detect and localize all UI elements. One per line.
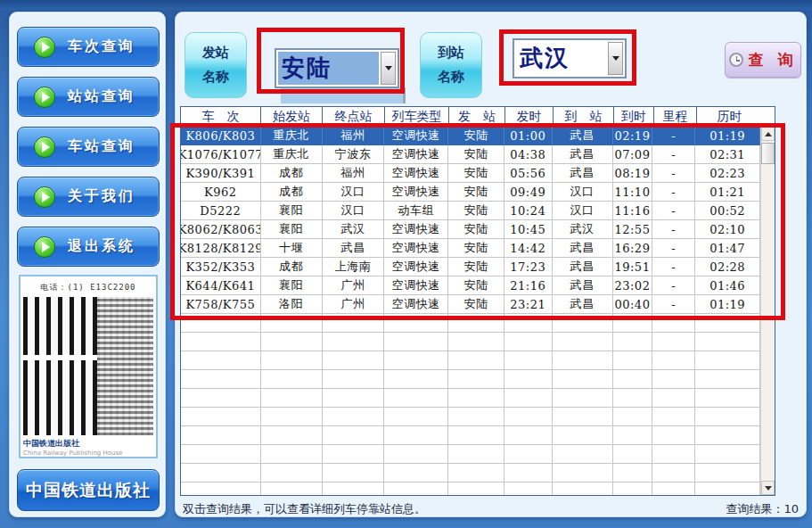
cover-caption-en: China Railway Publishing House [23,450,153,457]
table-cell [613,445,653,464]
results-table: 车 次始发站终点站列车类型发 站发时到 站到时里程历时 K806/K803重庆北… [180,106,775,496]
to-station-label-button[interactable]: 到站 名称 [420,32,482,98]
table-cell [181,445,261,464]
column-header[interactable]: 终点站 [323,107,385,127]
table-cell [553,464,613,483]
table-cell [261,426,323,445]
table-cell [504,445,553,464]
dropdown-arrow-icon[interactable] [608,42,623,75]
table-row[interactable]: K8062/K8063襄阳武汉空调快速安陆10:45武汉12:55-02:10 [181,220,760,239]
table-cell [448,408,504,426]
table-cell: 武昌 [553,295,613,314]
column-header[interactable]: 始发站 [261,107,323,127]
table-cell: - [652,183,695,202]
table-cell [553,408,613,426]
table-cell [384,426,448,445]
table-row[interactable] [181,314,760,333]
query-button[interactable]: 查 询 [725,42,801,78]
table-row[interactable] [181,464,760,483]
table-cell: 07:09 [613,145,653,164]
scroll-up-button[interactable] [761,127,775,141]
table-cell: 武昌 [323,239,385,258]
table-row[interactable]: K962成都汉口空调快速安陆09:49汉口11:10-01:21 [181,183,760,202]
publisher-button[interactable]: 中国铁道出版社 [17,469,160,511]
table-row[interactable] [181,426,760,445]
table-cell [448,333,504,351]
column-header[interactable]: 车 次 [181,107,261,127]
column-header[interactable]: 里程 [654,107,697,127]
table-cell [553,445,613,464]
table-cell: 安陆 [448,276,504,295]
table-cell: 16:29 [613,239,653,258]
table-cell [384,445,448,464]
column-header[interactable]: 列车类型 [385,107,449,127]
play-icon [34,87,55,108]
table-row[interactable] [181,333,760,351]
table-cell: 01:46 [695,276,760,295]
table-cell: 10:45 [504,220,553,239]
sidebar-button-label: 退出系统 [68,237,135,256]
table-cell [181,370,261,389]
table-cell: 02:28 [695,258,760,276]
table-row[interactable] [181,408,760,426]
column-header[interactable]: 到 站 [554,107,614,127]
to-station-combobox[interactable]: 武汉 [513,38,627,78]
sidebar-button-exit-system[interactable]: 退出系统 [17,227,160,267]
cover-top-text: 电话：(1) E13C2200 [23,279,153,297]
table-row[interactable] [181,370,760,389]
column-header[interactable]: 发时 [505,107,554,127]
column-header[interactable]: 历时 [697,107,762,127]
table-row[interactable]: D5222襄阳汉口动车组安陆10:24汉口11:16-00:52 [181,202,760,220]
table-row[interactable] [181,389,760,408]
play-icon [34,136,55,158]
table-row[interactable]: K806/K803重庆北福州空调快速安陆01:00武昌02:19-01:19 [181,127,760,145]
table-cell: K8062/K8063 [181,220,261,239]
table-row[interactable]: K352/K353成都上海南空调快速安陆17:23武昌19:51-02:28 [181,258,760,276]
column-header[interactable]: 到时 [614,107,654,127]
table-cell [323,445,385,464]
table-cell [504,314,553,333]
table-cell: 00:52 [695,202,760,220]
table-cell: 02:23 [695,164,760,183]
table-cell: - [652,202,695,220]
scroll-down-button[interactable] [761,481,775,495]
table-cell [613,426,653,445]
play-icon [34,37,55,58]
dropdown-arrow-icon[interactable] [381,52,396,85]
sidebar-button-station-to-station-query[interactable]: 站站查询 [17,77,160,117]
table-cell: D5222 [181,202,261,220]
table-cell [695,408,760,426]
table-cell: 01:47 [695,239,760,258]
table-cell [448,464,504,483]
from-station-combobox[interactable]: 安陆 [275,48,399,88]
table-cell [384,408,448,426]
table-row[interactable]: K1076/K1077重庆北宁波东空调快速安陆04:38武昌07:09-02:3… [181,145,760,164]
column-header[interactable]: 发 站 [449,107,505,127]
table-cell: K644/K641 [181,276,261,295]
table-row[interactable]: K390/K391成都福州空调快速安陆05:56武昌08:19-02:23 [181,164,760,183]
table-cell: 福州 [323,127,385,145]
table-cell: 安陆 [448,258,504,276]
vertical-scrollbar[interactable] [760,127,775,495]
table-cell: 武昌 [553,239,613,258]
table-cell: 空调快速 [384,276,448,295]
from-station-label-button[interactable]: 发站 名称 [185,32,247,98]
sidebar-button-station-query[interactable]: 车站查询 [17,127,160,167]
sidebar-button-train-number-query[interactable]: 车次查询 [17,27,160,67]
table-cell [504,426,553,445]
table-row[interactable] [181,445,760,464]
table-cell [695,314,760,333]
table-cell: 安陆 [448,183,504,202]
scrollbar-thumb[interactable] [761,143,775,164]
table-row[interactable] [181,483,760,495]
table-cell [448,370,504,389]
table-cell [448,426,504,445]
table-cell [695,370,760,389]
table-row[interactable] [181,351,760,370]
table-cell: 23:02 [613,276,653,295]
sidebar-button-about-us[interactable]: 关于我们 [17,177,160,217]
table-row[interactable]: K644/K641襄阳广州空调快速安陆21:16武昌23:02-01:46 [181,276,760,295]
main-panel: 发站 名称 安陆 到站 名称 武汉 查 询 车 次始发站终点站列车类型发 站发时… [175,12,807,517]
table-row[interactable]: K8128/K8129十堰武昌空调快速安陆14:42武昌16:29-01:47 [181,239,760,258]
table-row[interactable]: K758/K755洛阳广州空调快速安陆23:21武昌00:40-01:19 [181,295,760,314]
